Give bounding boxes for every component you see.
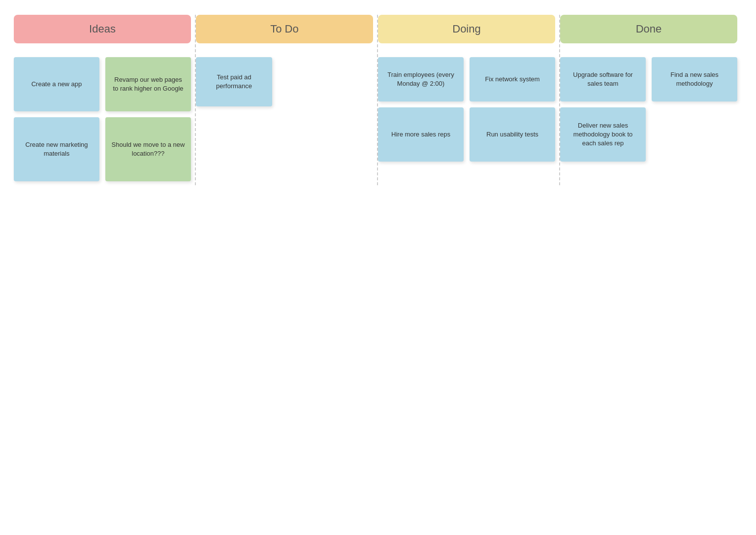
card-text: Test paid ad performance: [202, 73, 266, 91]
card-move-location[interactable]: Should we move to a new location???: [105, 117, 191, 181]
card-text: Fix network system: [485, 75, 539, 84]
ideas-cards-container: Create a new app Revamp our web pages to…: [14, 53, 196, 185]
column-header-todo: To Do: [196, 15, 373, 43]
card-create-marketing-materials[interactable]: Create new marketing materials: [14, 117, 99, 181]
card-text: Run usability tests: [486, 130, 538, 139]
column-header-done: Done: [560, 15, 737, 43]
card-run-usability-tests[interactable]: Run usability tests: [470, 107, 555, 162]
column-header-doing: Doing: [378, 15, 555, 43]
column-header-ideas: Ideas: [14, 15, 191, 43]
kanban-board: Ideas Create a new app Revamp our web pa…: [14, 15, 742, 185]
column-done: Done Upgrade software for sales team Fin…: [560, 15, 742, 185]
card-text: Find a new sales methodology: [658, 70, 731, 88]
card-fix-network-system[interactable]: Fix network system: [470, 57, 555, 101]
card-text: Revamp our web pages to rank higher on G…: [111, 75, 185, 93]
card-upgrade-software[interactable]: Upgrade software for sales team: [560, 57, 646, 101]
card-text: Deliver new sales methodology book to ea…: [566, 121, 640, 148]
doing-cards-container: Train employees (every Monday @ 2:00) Fi…: [378, 53, 560, 166]
card-text: Upgrade software for sales team: [566, 70, 640, 88]
card-text: Create new marketing materials: [20, 140, 94, 158]
card-text: Train employees (every Monday @ 2:00): [384, 70, 458, 88]
card-revamp-web-pages[interactable]: Revamp our web pages to rank higher on G…: [105, 57, 191, 111]
card-text: Hire more sales reps: [391, 130, 450, 139]
card-text: Should we move to a new location???: [111, 140, 185, 158]
card-hire-sales-reps[interactable]: Hire more sales reps: [378, 107, 464, 162]
card-text: Create a new app: [32, 80, 82, 89]
column-todo: To Do Test paid ad performance: [196, 15, 378, 185]
card-test-paid-ad[interactable]: Test paid ad performance: [196, 57, 272, 106]
card-deliver-book[interactable]: Deliver new sales methodology book to ea…: [560, 107, 646, 162]
column-doing: Doing Train employees (every Monday @ 2:…: [378, 15, 560, 185]
done-cards-container: Upgrade software for sales team Find a n…: [560, 53, 742, 166]
card-create-new-app[interactable]: Create a new app: [14, 57, 99, 111]
column-ideas: Ideas Create a new app Revamp our web pa…: [14, 15, 196, 185]
card-train-employees[interactable]: Train employees (every Monday @ 2:00): [378, 57, 464, 101]
todo-cards-container: Test paid ad performance: [196, 53, 378, 110]
card-find-sales-methodology[interactable]: Find a new sales methodology: [652, 57, 737, 101]
